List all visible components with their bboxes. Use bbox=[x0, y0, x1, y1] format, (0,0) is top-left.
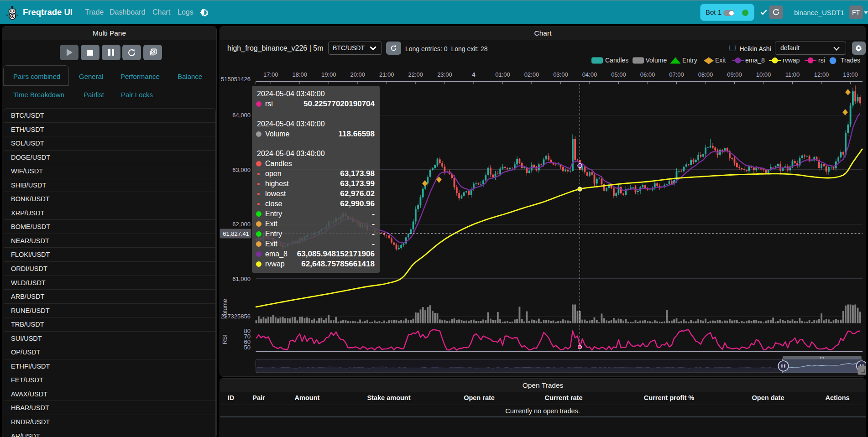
svg-text:63,000: 63,000 bbox=[232, 166, 251, 173]
svg-text:09:00: 09:00 bbox=[727, 71, 742, 78]
svg-text:17:00: 17:00 bbox=[263, 71, 278, 78]
svg-text:21:00: 21:00 bbox=[379, 71, 394, 78]
svg-text:20:00: 20:00 bbox=[350, 71, 366, 78]
svg-text:03:00: 03:00 bbox=[553, 71, 568, 78]
svg-text:18:00: 18:00 bbox=[293, 71, 308, 78]
svg-text:62,000: 62,000 bbox=[232, 221, 251, 228]
svg-text:Volume: Volume bbox=[221, 299, 228, 318]
svg-text:61,000: 61,000 bbox=[232, 276, 251, 282]
svg-text:19:00: 19:00 bbox=[321, 71, 336, 78]
svg-text:50: 50 bbox=[244, 344, 251, 351]
svg-text:08:00: 08:00 bbox=[698, 71, 713, 78]
svg-text:02:00: 02:00 bbox=[524, 71, 539, 78]
svg-text:RSI: RSI bbox=[221, 334, 228, 344]
svg-text:64,000: 64,000 bbox=[232, 112, 251, 119]
svg-text:04:00: 04:00 bbox=[582, 71, 597, 78]
svg-text:23:00: 23:00 bbox=[437, 71, 452, 78]
svg-text:11:00: 11:00 bbox=[785, 71, 800, 78]
svg-text:515051426: 515051426 bbox=[221, 76, 251, 83]
svg-text:10:00: 10:00 bbox=[756, 71, 771, 78]
svg-text:22:00: 22:00 bbox=[408, 71, 424, 78]
svg-text:12:00: 12:00 bbox=[814, 71, 829, 78]
svg-text:06:00: 06:00 bbox=[640, 71, 655, 78]
svg-text:13:00: 13:00 bbox=[843, 71, 858, 78]
svg-text:61,827.41: 61,827.41 bbox=[223, 230, 249, 237]
svg-text:05:00: 05:00 bbox=[611, 71, 626, 78]
svg-text:4: 4 bbox=[472, 71, 476, 78]
svg-text:07:00: 07:00 bbox=[669, 71, 684, 78]
svg-text:01:00: 01:00 bbox=[495, 71, 510, 78]
